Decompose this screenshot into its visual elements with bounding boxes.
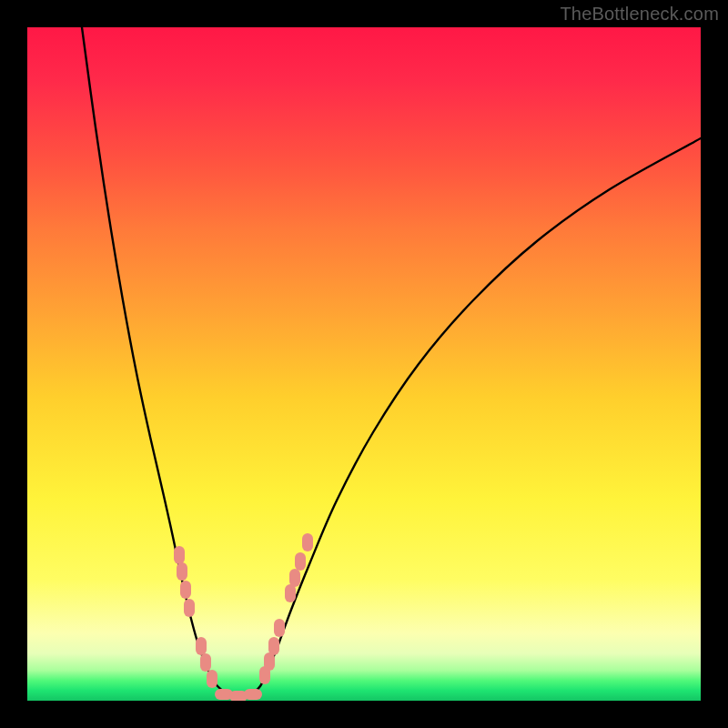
bottleneck-curve (82, 27, 701, 697)
data-marker (268, 637, 279, 655)
curve-path-group (82, 27, 701, 697)
data-marker (244, 689, 262, 700)
data-marker (289, 569, 300, 587)
bottleneck-curve-svg (27, 27, 701, 701)
data-marker (200, 653, 211, 672)
data-marker (180, 581, 191, 599)
data-marker (295, 552, 306, 571)
data-marker (174, 546, 185, 564)
data-marker (264, 652, 275, 671)
data-marker (302, 533, 313, 551)
data-marker (207, 670, 217, 688)
data-marker (196, 637, 207, 655)
data-marker (274, 619, 285, 637)
chart-frame: TheBottleneck.com (0, 0, 728, 728)
data-marker (285, 584, 296, 602)
plot-area (27, 27, 701, 701)
data-marker (177, 562, 187, 581)
marker-group (174, 533, 313, 701)
watermark-text: TheBottleneck.com (560, 4, 719, 25)
data-marker (184, 599, 195, 617)
